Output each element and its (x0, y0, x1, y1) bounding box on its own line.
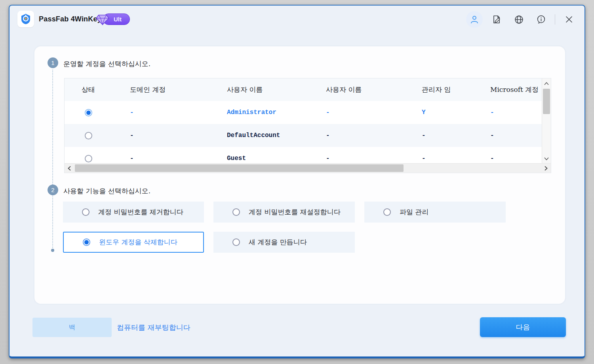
option-radio[interactable] (232, 238, 240, 246)
table-row-defaultaccount[interactable]: - DefaultAccount - - - (65, 124, 551, 147)
cell-username: Guest (195, 155, 294, 162)
option-label: 새 계정을 만듭니다 (249, 238, 307, 247)
app-logo-icon (17, 11, 34, 27)
cell-admin: - (393, 132, 470, 139)
option-label: 계정 비밀번호를 재설정합니다 (249, 208, 341, 217)
option-reset-password[interactable]: 계정 비밀번호를 재설정합니다 (213, 202, 355, 223)
row-radio-selected[interactable] (85, 109, 92, 116)
cell-admin: Y (393, 109, 470, 116)
option-label: 계정 비밀번호를 제거합니다 (98, 208, 183, 217)
account-table-header: 상태 도메인 계정 사용자 이름 사용자 이름 관리자 임 Microsoft … (65, 78, 551, 101)
option-radio[interactable] (232, 208, 240, 216)
table-row-administrator[interactable]: - Administrator - Y - (65, 101, 551, 124)
feedback-icon[interactable] (488, 11, 505, 28)
option-remove-password[interactable]: 계정 비밀번호를 제거합니다 (63, 202, 204, 223)
cell-microsoft: - (470, 109, 551, 116)
back-button[interactable]: 백 (32, 318, 112, 337)
reboot-link[interactable]: 컴퓨터를 재부팅합니다 (117, 318, 190, 337)
license-badge[interactable]: Ult (96, 14, 130, 25)
scroll-up-icon[interactable] (542, 79, 551, 88)
cell-microsoft: - (470, 132, 551, 139)
header-microsoft: Microsoft 계정 (470, 85, 551, 94)
row-radio[interactable] (85, 155, 92, 162)
titlebar-divider (555, 14, 555, 25)
option-label: 파일 관리 (400, 208, 428, 217)
vertical-scrollbar[interactable] (542, 78, 551, 164)
cell-admin: - (393, 155, 470, 162)
cell-username: Administrator (195, 109, 294, 116)
vertical-scroll-thumb[interactable] (543, 89, 550, 114)
close-icon[interactable] (561, 11, 577, 28)
cell-username-2: - (294, 155, 393, 162)
cell-domain: - (112, 109, 195, 116)
option-radio[interactable] (383, 208, 391, 216)
step-1-label: 운영할 계정을 선택하십시오. (63, 59, 150, 69)
option-file-manager[interactable]: 파일 관리 (364, 202, 506, 223)
app-title: PassFab 4WinKey (39, 15, 101, 23)
option-create-account[interactable]: 새 계정을 만듭니다 (213, 232, 355, 253)
step-connector-end-dot (51, 249, 54, 252)
scroll-right-icon[interactable] (541, 164, 551, 173)
cell-username-2: - (294, 109, 393, 116)
app-window: PassFab 4WinKey Ult (9, 5, 585, 358)
step-2-circle: 2 (48, 185, 58, 195)
header-status: 상태 (65, 85, 112, 94)
horizontal-scroll-thumb[interactable] (75, 164, 404, 172)
option-radio-selected[interactable] (83, 238, 90, 246)
account-table: 상태 도메인 계정 사용자 이름 사용자 이름 관리자 임 Microsoft … (64, 78, 551, 173)
horizontal-scrollbar[interactable] (65, 163, 551, 173)
table-row-guest[interactable]: - Guest - - - (65, 147, 551, 164)
header-domain: 도메인 계정 (112, 85, 195, 94)
step-2-label: 사용할 기능을 선택하십시오. (63, 187, 150, 196)
gem-icon (96, 13, 109, 25)
scroll-left-icon[interactable] (65, 164, 74, 173)
header-username-2: 사용자 이름 (294, 85, 393, 94)
cell-username: DefaultAccount (195, 132, 294, 139)
cell-microsoft: - (470, 155, 551, 162)
row-radio[interactable] (85, 132, 92, 139)
header-username: 사용자 이름 (195, 85, 294, 94)
option-delete-account[interactable]: 윈도우 계정을 삭제합니다 (63, 232, 204, 253)
cell-domain: - (112, 132, 195, 139)
language-globe-icon[interactable] (510, 11, 527, 28)
step-1-circle: 1 (48, 57, 58, 68)
option-label: 윈도우 계정을 삭제합니다 (99, 238, 177, 247)
titlebar: PassFab 4WinKey Ult (10, 6, 584, 33)
cell-username-2: - (294, 132, 393, 139)
account-icon[interactable] (466, 11, 483, 28)
info-icon[interactable] (533, 11, 549, 28)
next-button[interactable]: 다음 (480, 317, 566, 337)
cell-domain: - (112, 155, 195, 162)
header-admin: 관리자 임 (393, 85, 470, 94)
option-radio[interactable] (82, 208, 89, 216)
step-connector-line (52, 70, 53, 248)
scroll-down-icon[interactable] (542, 154, 551, 163)
